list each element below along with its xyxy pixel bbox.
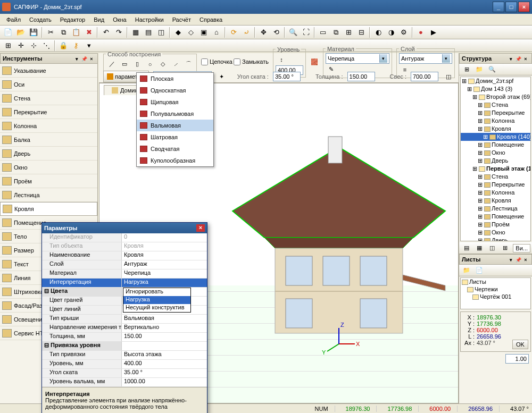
interp-option[interactable]: Игнорировать: [123, 288, 190, 296]
tree-node[interactable]: ⊞ Окно: [461, 149, 530, 157]
menu-Редактор[interactable]: Редактор: [56, 15, 89, 24]
new-button[interactable]: 📄: [2, 27, 14, 38]
prop-row[interactable]: Угол ската35.00 °: [42, 369, 207, 378]
prop-row[interactable]: Уровень вальма, мм1000.00: [42, 378, 207, 387]
rooftype-option[interactable]: Вальмовая: [137, 120, 213, 131]
menu-Вид[interactable]: Вид: [89, 15, 109, 24]
tool-b[interactable]: ▤: [143, 27, 154, 38]
shape-rect[interactable]: ▭: [119, 58, 130, 70]
rec-b[interactable]: ▶: [428, 27, 439, 38]
tree-node[interactable]: ⊞ Первый этаж (13): [461, 165, 530, 173]
tree-node[interactable]: ⊞ Дверь: [461, 237, 530, 241]
dialog-titlebar[interactable]: Параметры ×: [42, 223, 207, 233]
interp-option[interactable]: Нагрузка: [123, 296, 190, 304]
level-icon[interactable]: ↕: [276, 54, 287, 65]
prop-row[interactable]: Направление измерения тол...Вертикально: [42, 324, 207, 333]
minimize-button[interactable]: _: [493, 2, 504, 12]
tool-c[interactable]: ◫: [155, 27, 167, 38]
rotate-tool[interactable]: ⟲: [270, 27, 282, 38]
rooftype-option[interactable]: Плоская: [137, 73, 213, 85]
save-button[interactable]: 💾: [28, 27, 39, 38]
tree-node[interactable]: ⊞ Помещение: [461, 141, 530, 149]
tree-node[interactable]: ⊞ Кровля: [461, 125, 530, 133]
tool-Дверь[interactable]: Дверь: [0, 147, 97, 161]
prop-row[interactable]: НаименованиеКровля: [42, 251, 207, 260]
layer-combo[interactable]: Антураж▾: [399, 53, 452, 64]
tree-c[interactable]: 🔍: [486, 64, 498, 75]
tool-Перекрытие[interactable]: Перекрытие: [0, 105, 97, 119]
render-a[interactable]: ◐: [372, 27, 384, 38]
tree-b[interactable]: 📁: [473, 64, 485, 75]
dialog-close[interactable]: ×: [196, 224, 205, 232]
zoom-in[interactable]: 🔍: [287, 27, 299, 38]
tree-node[interactable]: ⊞ Кровля (140): [461, 133, 530, 141]
close-button[interactable]: ×: [518, 2, 530, 12]
shape-free[interactable]: ⟋: [170, 58, 181, 70]
paste-button[interactable]: 📋: [70, 27, 82, 38]
scale-input[interactable]: [505, 354, 529, 364]
property-grid[interactable]: Идентификатор0Тип объектаКровляНаименова…: [42, 233, 207, 387]
angle-input[interactable]: [273, 72, 301, 81]
tree-node[interactable]: ⊞ Колонна: [461, 189, 530, 197]
rooftype-option[interactable]: Полувальмовая: [137, 108, 213, 120]
tool-g[interactable]: ⌂: [211, 27, 222, 38]
key-button[interactable]: ⚷: [70, 40, 82, 52]
tree-node[interactable]: ⊞ Стена: [461, 101, 530, 109]
menu-Справка[interactable]: Справка: [195, 15, 227, 24]
rooftype-option[interactable]: Куполообразная: [137, 155, 213, 166]
prop-row[interactable]: СлойАнтураж: [42, 260, 207, 269]
delete-button[interactable]: ✖: [83, 27, 95, 38]
cut-button[interactable]: ✂: [45, 27, 56, 38]
prop-row[interactable]: ⊟ Привязка уровня: [42, 342, 207, 351]
view-a[interactable]: ▭: [317, 27, 329, 38]
tool-a[interactable]: ▦: [130, 27, 142, 38]
menu-Файл[interactable]: Файл: [2, 15, 25, 24]
prop-row[interactable]: Толщина, мм150.00: [42, 333, 207, 342]
prop-row[interactable]: МатериалЧерепица: [42, 269, 207, 279]
views-tab[interactable]: Ви...: [513, 244, 530, 252]
structure-tree[interactable]: ⊞ Домик_2эт.spf⊞ Дом 143 (3)⊞ Второй эта…: [460, 77, 531, 241]
copy-button[interactable]: ⧉: [57, 27, 69, 38]
prop-row[interactable]: Уровень, мм400.00: [42, 360, 207, 369]
tree-node[interactable]: ⊞ Кровля: [461, 197, 530, 205]
coord-ok[interactable]: OK: [512, 340, 528, 349]
view-b[interactable]: ⧉: [330, 27, 342, 38]
prop-row[interactable]: Тип объектаКровля: [42, 242, 207, 251]
tree-node[interactable]: ⊞ Второй этаж (69): [461, 93, 530, 101]
tree-node[interactable]: ⊞ Дверь: [461, 157, 530, 165]
tree-node[interactable]: ⊞ Дом 143 (3): [461, 85, 530, 93]
sheet-node[interactable]: Листы: [461, 278, 530, 285]
close-checkbox[interactable]: [234, 58, 240, 65]
redo-button[interactable]: ↷: [113, 27, 124, 38]
panel-close[interactable]: ×: [88, 56, 95, 62]
tool-d[interactable]: ◆: [172, 27, 184, 38]
menu-Создать[interactable]: Создать: [25, 15, 56, 24]
interp-option[interactable]: Несущий конструктив: [123, 304, 190, 312]
tree-node[interactable]: ⊞ Перекрытие: [461, 109, 530, 117]
snap-a[interactable]: ⊞: [2, 40, 14, 52]
view-c[interactable]: ⊞: [343, 27, 354, 38]
prop-row[interactable]: Тип крышиВальмовая: [42, 315, 207, 324]
zoom-fit[interactable]: ⛶: [300, 27, 312, 38]
sheet-node[interactable]: Чертежи: [461, 285, 530, 293]
rooftype-option[interactable]: Односкатная: [137, 85, 213, 96]
shape-circ[interactable]: ○: [144, 58, 156, 70]
sheet-node[interactable]: Чертёж 001: [461, 293, 530, 300]
tree-node[interactable]: ⊞ Лестница: [461, 205, 530, 213]
tool-Колонна[interactable]: Колонна: [0, 119, 97, 133]
render-b[interactable]: ◑: [385, 27, 397, 38]
lock-button[interactable]: 🔒: [57, 40, 69, 52]
drop-button[interactable]: ▾: [83, 40, 95, 52]
sheets-tree[interactable]: ЛистыЧертежиЧертёж 001: [460, 277, 531, 309]
level-tool[interactable]: 🧱: [310, 56, 319, 68]
prop-row[interactable]: ИнтерпретацияНагрузка: [42, 279, 207, 288]
material-combo[interactable]: Черепица▾: [326, 53, 389, 64]
tool-e[interactable]: ◇: [185, 27, 197, 38]
rooftype-option[interactable]: Щипцовая: [137, 96, 213, 108]
tool-Оси[interactable]: Оси: [0, 78, 97, 91]
prop-row[interactable]: Тип привязкиВысота этажа: [42, 351, 207, 360]
tree-node[interactable]: ⊞ Стена: [461, 173, 530, 181]
maximize-button[interactable]: □: [505, 2, 517, 12]
tool-Стена[interactable]: Стена: [0, 91, 97, 105]
shape-arc[interactable]: ⌒: [182, 58, 194, 70]
